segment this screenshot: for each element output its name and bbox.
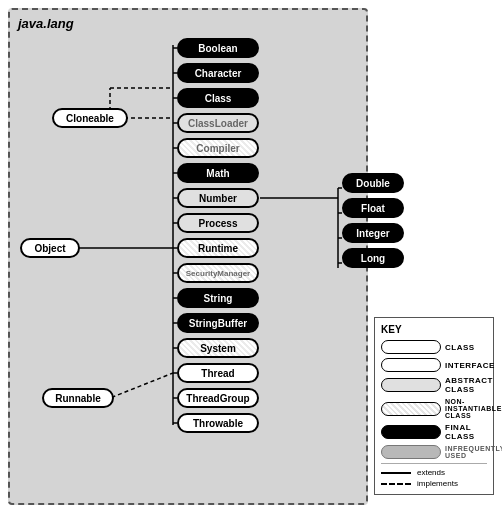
class-Double: Double [342, 173, 404, 193]
key-swatch-abstract [381, 378, 441, 392]
class-Float: Float [342, 198, 404, 218]
key-item-interface: INTERFACE [381, 358, 487, 372]
key-line-label-implements: implements [417, 479, 458, 488]
key-line-dashed-implements [381, 483, 411, 485]
class-Thread: Thread [177, 363, 259, 383]
key-label-abstract: ABSTRACT CLASS [445, 376, 493, 394]
class-Cloneable: Cloneable [52, 108, 128, 128]
key-line-extends: extends [381, 468, 487, 477]
key-label-interface: INTERFACE [445, 361, 495, 370]
key-swatch-non-inst [381, 402, 441, 416]
class-Integer: Integer [342, 223, 404, 243]
class-Runtime: Runtime [177, 238, 259, 258]
class-Character: Character [177, 63, 259, 83]
key-swatch-interface [381, 358, 441, 372]
class-ClassLoader: ClassLoader [177, 113, 259, 133]
key-item-abstract: ABSTRACT CLASS [381, 376, 487, 394]
class-Runnable: Runnable [42, 388, 114, 408]
key-item-class: CLASS [381, 340, 487, 354]
key-item-infreq: INFREQUENTLY USED [381, 445, 487, 459]
class-Compiler: Compiler [177, 138, 259, 158]
class-Throwable: Throwable [177, 413, 259, 433]
key-label-non-inst: NON-INSTANTIABLE CLASS [445, 398, 502, 419]
key-line-solid-extends [381, 472, 411, 474]
main-container: java.lang [0, 0, 502, 513]
class-Math: Math [177, 163, 259, 183]
key-line-implements: implements [381, 479, 487, 488]
class-String: String [177, 288, 259, 308]
svg-line-21 [105, 373, 173, 400]
key-box: KEY CLASS INTERFACE ABSTRACT CLASS NON-I… [374, 317, 494, 495]
class-System: System [177, 338, 259, 358]
key-swatch-class [381, 340, 441, 354]
key-label-final: FINAL CLASS [445, 423, 487, 441]
class-Long: Long [342, 248, 404, 268]
key-label-class: CLASS [445, 343, 475, 352]
key-swatch-final [381, 425, 441, 439]
panel-title: java.lang [18, 16, 74, 31]
class-ThreadGroup: ThreadGroup [177, 388, 259, 408]
key-label-infreq: INFREQUENTLY USED [445, 445, 502, 459]
class-Object: Object [20, 238, 80, 258]
key-swatch-infreq [381, 445, 441, 459]
key-line-label-extends: extends [417, 468, 445, 477]
class-SecurityManager: SecurityManager [177, 263, 259, 283]
diagram-panel: java.lang [8, 8, 368, 505]
class-StringBuffer: StringBuffer [177, 313, 259, 333]
class-Number: Number [177, 188, 259, 208]
key-title: KEY [381, 324, 487, 335]
key-item-non-inst: NON-INSTANTIABLE CLASS [381, 398, 487, 419]
class-Process: Process [177, 213, 259, 233]
class-Class: Class [177, 88, 259, 108]
class-Boolean: Boolean [177, 38, 259, 58]
key-item-final: FINAL CLASS [381, 423, 487, 441]
